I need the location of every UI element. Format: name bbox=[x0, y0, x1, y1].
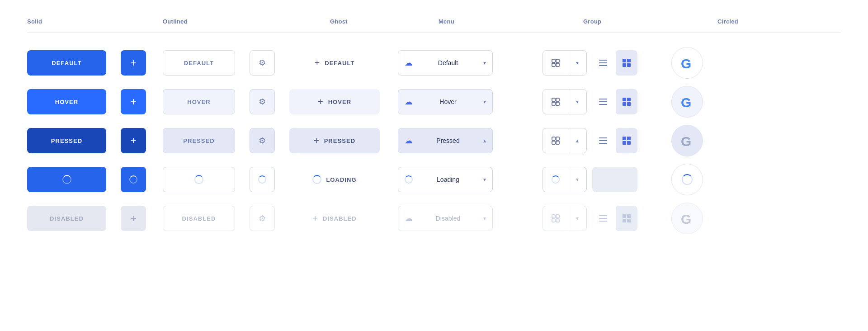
spinner-outlined-loading bbox=[194, 175, 203, 184]
grid-icon-hover bbox=[623, 98, 631, 106]
chevron-down-group-hover: ▾ bbox=[576, 99, 579, 105]
toggle-list-default[interactable] bbox=[592, 50, 614, 76]
ghost-label-disabled: DISABLED bbox=[323, 215, 357, 222]
ghost-label-default: DEFAULT bbox=[325, 60, 354, 66]
outlined-button-hover[interactable]: HOVER bbox=[163, 89, 235, 114]
ghost-icon-button-default[interactable]: ⚙ bbox=[250, 50, 275, 76]
grid-icon-disabled bbox=[623, 214, 631, 222]
group-button-loading: ▾ bbox=[542, 167, 587, 192]
cloud-icon-pressed: ☁ bbox=[405, 136, 413, 146]
grid-icon-pressed bbox=[623, 137, 631, 145]
svg-text:G: G bbox=[681, 56, 691, 71]
circled-button-default[interactable]: G bbox=[671, 47, 703, 79]
circled-button-pressed[interactable]: G bbox=[671, 125, 703, 156]
plus-icon-solid-default: + bbox=[130, 57, 137, 69]
cell-solid-pressed: PRESSED + bbox=[27, 128, 163, 153]
header-divider bbox=[27, 32, 841, 33]
ghost-button-hover[interactable]: + HOVER bbox=[289, 89, 380, 114]
solid-button-default[interactable]: DEFAULT bbox=[27, 50, 106, 76]
cell-circled-disabled: G bbox=[660, 203, 714, 234]
outlined-button-loading[interactable] bbox=[163, 167, 235, 192]
solid-icon-button-pressed[interactable]: + bbox=[121, 128, 146, 153]
svg-rect-3 bbox=[556, 63, 559, 66]
svg-rect-8 bbox=[556, 102, 559, 105]
cell-menu-disabled: ☁ Disabled ▾ bbox=[398, 206, 542, 231]
toggle-list-hover[interactable] bbox=[592, 89, 614, 114]
spinner-solid-icon-loading bbox=[129, 175, 137, 184]
ghost-icon-button-loading[interactable] bbox=[250, 167, 275, 192]
ghost-button-loading[interactable]: LOADING bbox=[289, 167, 380, 192]
menu-label-default: Default bbox=[417, 59, 479, 66]
spinner-circled-loading bbox=[682, 174, 693, 185]
svg-text:G: G bbox=[681, 212, 691, 227]
group-right-hover[interactable]: ▾ bbox=[568, 90, 586, 114]
toggle-list-loading[interactable] bbox=[592, 167, 637, 192]
chevron-up-icon-pressed: ▴ bbox=[483, 137, 486, 144]
circled-button-hover[interactable]: G bbox=[671, 86, 703, 118]
group-button-default: ▾ bbox=[542, 50, 587, 76]
group-right-default[interactable]: ▾ bbox=[568, 51, 586, 75]
solid-icon-button-default[interactable]: + bbox=[121, 50, 146, 76]
gear-icon-hover: ⚙ bbox=[259, 97, 266, 107]
chevron-down-group-loading: ▾ bbox=[576, 176, 579, 183]
ghost-icon-button-hover[interactable]: ⚙ bbox=[250, 89, 275, 114]
cell-ghost-default: + DEFAULT bbox=[289, 50, 398, 76]
group-right-pressed[interactable]: ▴ bbox=[568, 128, 586, 153]
ghost-icon-button-disabled: ⚙ bbox=[250, 206, 275, 231]
ghost-button-pressed[interactable]: + PRESSED bbox=[289, 128, 380, 153]
spinner-solid-loading bbox=[62, 175, 71, 184]
solid-button-pressed[interactable]: PRESSED bbox=[27, 128, 106, 153]
group-right-loading[interactable]: ▾ bbox=[568, 167, 586, 192]
cell-solid-loading bbox=[27, 167, 163, 192]
outlined-button-pressed[interactable]: PRESSED bbox=[163, 128, 235, 153]
spinner-ghost-loading bbox=[312, 175, 321, 184]
circled-button-disabled: G bbox=[671, 203, 703, 234]
menu-label-hover: Hover bbox=[417, 98, 479, 105]
spinner-menu-loading bbox=[405, 175, 413, 184]
google-g-hover: G bbox=[679, 94, 695, 110]
gear-icon-disabled: ⚙ bbox=[259, 213, 266, 223]
menu-button-loading[interactable]: Loading ▾ bbox=[398, 167, 493, 192]
svg-rect-18 bbox=[556, 219, 559, 222]
cell-group-pressed: ▴ bbox=[542, 128, 660, 153]
svg-rect-0 bbox=[552, 59, 555, 62]
toggle-grid-hover[interactable] bbox=[616, 89, 637, 114]
solid-icon-button-hover[interactable]: + bbox=[121, 89, 146, 114]
cell-group-disabled: ▾ bbox=[542, 206, 660, 231]
solid-button-loading[interactable] bbox=[27, 167, 106, 192]
spinner-group-loading bbox=[552, 175, 560, 184]
circled-button-loading[interactable] bbox=[671, 164, 703, 195]
toggle-list-pressed[interactable] bbox=[592, 128, 614, 153]
group-left-disabled bbox=[543, 206, 568, 231]
solid-button-hover[interactable]: HOVER bbox=[27, 89, 106, 114]
solid-icon-button-loading[interactable] bbox=[121, 167, 146, 192]
cell-outlined-hover: HOVER ⚙ bbox=[163, 89, 289, 114]
solid-icon-button-disabled: + bbox=[121, 206, 146, 231]
toggle-grid-pressed[interactable] bbox=[616, 128, 637, 153]
group-left-pressed[interactable] bbox=[543, 128, 568, 153]
row-loading: LOADING Loading ▾ ▾ bbox=[27, 164, 841, 195]
row-pressed: PRESSED + PRESSED ⚙ + PR bbox=[27, 125, 841, 156]
group-left-loading[interactable] bbox=[543, 167, 568, 192]
cell-menu-default: ☁ Default ▾ bbox=[398, 50, 542, 76]
group-left-hover[interactable] bbox=[543, 90, 568, 114]
toggle-group-loading bbox=[592, 167, 637, 192]
cell-menu-pressed: ☁ Pressed ▴ bbox=[398, 128, 542, 153]
gear-icon-pressed: ⚙ bbox=[259, 136, 266, 146]
toggle-group-disabled bbox=[592, 206, 637, 231]
outlined-button-default[interactable]: DEFAULT bbox=[163, 50, 235, 76]
menu-label-pressed: Pressed bbox=[417, 137, 479, 144]
menu-button-default[interactable]: ☁ Default ▾ bbox=[398, 50, 493, 76]
ghost-icon-button-pressed[interactable]: ⚙ bbox=[250, 128, 275, 153]
ghost-button-default[interactable]: + DEFAULT bbox=[289, 50, 380, 76]
svg-rect-13 bbox=[556, 141, 559, 144]
menu-button-pressed[interactable]: ☁ Pressed ▴ bbox=[398, 128, 493, 153]
toggle-grid-disabled bbox=[616, 206, 637, 231]
plus-icon-solid-disabled: + bbox=[130, 212, 137, 225]
menu-button-hover[interactable]: ☁ Hover ▾ bbox=[398, 89, 493, 114]
chevron-down-icon-default: ▾ bbox=[483, 60, 486, 66]
chevron-down-group-disabled: ▾ bbox=[576, 215, 579, 222]
toggle-grid-default[interactable] bbox=[616, 50, 637, 76]
group-left-default[interactable] bbox=[543, 51, 568, 75]
plus-ghost-pressed: + bbox=[314, 136, 320, 146]
